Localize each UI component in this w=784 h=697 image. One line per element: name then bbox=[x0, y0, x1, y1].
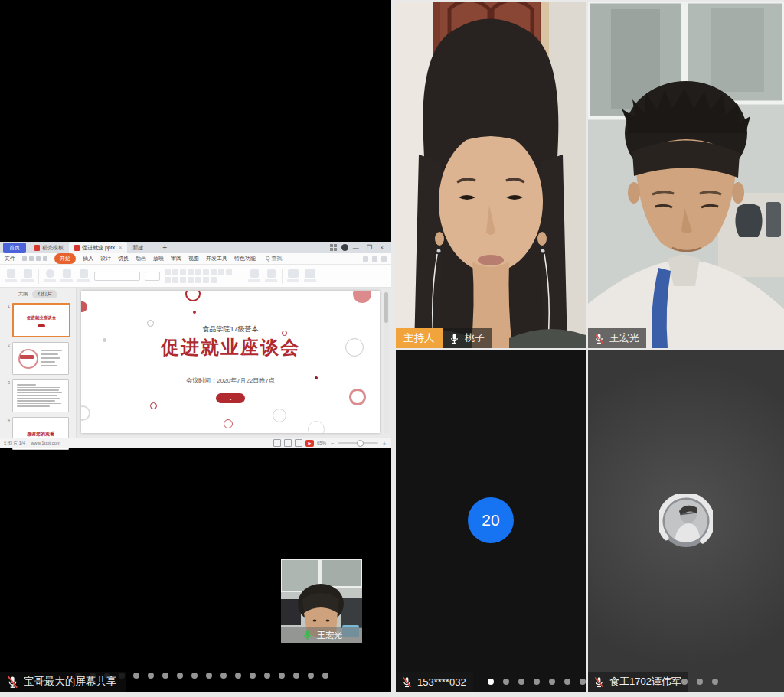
normal-view-icon[interactable] bbox=[273, 439, 281, 447]
ribbon-tab-transition[interactable]: 切换 bbox=[118, 255, 129, 262]
text-format-icons[interactable] bbox=[165, 269, 238, 283]
name-label-phone: 153****032 bbox=[396, 672, 473, 692]
wps-window: 首页 稻壳模板 促进就业.pptx × 新建 + — ❐ × 文件 bbox=[0, 242, 391, 448]
pip-video-wanghongguang[interactable]: 王宏光 bbox=[281, 559, 362, 643]
zoom-in-button[interactable]: ＋ bbox=[381, 439, 387, 448]
zoom-out-button[interactable]: － bbox=[329, 439, 335, 448]
slide-chevron-button: ⌄ bbox=[216, 393, 245, 403]
pager-dot[interactable] bbox=[293, 673, 299, 679]
pager-dot[interactable] bbox=[308, 673, 314, 679]
pager-dot[interactable] bbox=[250, 673, 256, 679]
pager-dot[interactable] bbox=[148, 673, 154, 679]
pager-dot[interactable] bbox=[518, 679, 524, 685]
status-url: www.1ppt.com bbox=[31, 441, 60, 445]
pager-dot[interactable] bbox=[488, 679, 494, 685]
apps-grid-icon[interactable] bbox=[330, 244, 337, 251]
video-tile-tanweijun[interactable]: 食工1702谭伟军 bbox=[588, 350, 784, 692]
ribbon-tab-review[interactable]: 审阅 bbox=[171, 255, 181, 262]
slide-thumb-3[interactable] bbox=[12, 379, 69, 412]
designer-tool[interactable] bbox=[44, 269, 56, 282]
pager-dot[interactable] bbox=[322, 673, 328, 679]
video-frame-wanghongguang bbox=[588, 2, 784, 348]
thumb-number: 4 bbox=[5, 417, 10, 422]
pager-dot[interactable] bbox=[697, 679, 703, 685]
ribbon-tab-devtools[interactable]: 开发工具 bbox=[206, 255, 227, 262]
pager-dot[interactable] bbox=[177, 673, 183, 679]
video-tile-phone-user[interactable]: 20 153****032 bbox=[396, 350, 586, 692]
pager-dot[interactable] bbox=[503, 679, 509, 685]
participant-name-text: 桃子 bbox=[465, 331, 485, 345]
pager-dot[interactable] bbox=[681, 679, 688, 685]
layout-tool[interactable] bbox=[60, 269, 73, 282]
slide-thumb-2[interactable] bbox=[12, 342, 69, 375]
slideshow-play-button[interactable]: ▶ bbox=[305, 440, 314, 447]
ribbon-right-icons[interactable] bbox=[363, 256, 391, 262]
member-tool[interactable] bbox=[287, 269, 299, 282]
wps-doc-tab-new[interactable]: 新建 bbox=[127, 242, 149, 253]
shape-tool[interactable] bbox=[265, 269, 277, 282]
pager-dot[interactable] bbox=[580, 679, 586, 685]
font-family-select[interactable] bbox=[94, 272, 140, 281]
pager-dot[interactable] bbox=[279, 673, 285, 679]
pager-dot[interactable] bbox=[220, 673, 227, 679]
video-tile-taozi[interactable]: 主持人 桃子 bbox=[396, 2, 586, 348]
video-tile-wanghongguang[interactable]: 王宏光 bbox=[588, 2, 784, 348]
pager-dot[interactable] bbox=[564, 679, 570, 685]
slide-time-text: 会议时间：2020年7月22日晚7点 bbox=[81, 376, 380, 385]
beautify-tool[interactable] bbox=[304, 269, 316, 282]
wps-ribbon-tabs: 文件 开始 插入 设计 切换 动画 放映 审阅 视图 开发工具 特色功能 Q 查… bbox=[0, 253, 391, 265]
outline-tab[interactable]: 大纲 bbox=[18, 291, 28, 298]
thumb-number: 3 bbox=[5, 379, 10, 385]
canvas-scrollbar[interactable] bbox=[384, 291, 389, 433]
participant-name-text: 153****032 bbox=[417, 676, 466, 688]
tab-close-icon[interactable]: × bbox=[119, 245, 122, 250]
quick-access-icons[interactable] bbox=[22, 256, 47, 261]
pager-dots-tan-tile bbox=[681, 679, 718, 685]
wps-home-button[interactable]: 首页 bbox=[3, 243, 26, 253]
arrange-tool[interactable] bbox=[248, 269, 260, 282]
wps-doc-icon bbox=[34, 245, 40, 251]
screen-share-pane[interactable]: 首页 稻壳模板 促进就业.pptx × 新建 + — ❐ × 文件 bbox=[0, 0, 391, 692]
wps-doc-tab-template[interactable]: 稻壳模板 bbox=[29, 242, 69, 253]
ribbon-tab-insert[interactable]: 插入 bbox=[83, 255, 93, 262]
pager-dot[interactable] bbox=[206, 673, 212, 679]
paste-tool[interactable] bbox=[5, 269, 17, 282]
slide-thumb-1[interactable]: 促进就业座谈会 bbox=[12, 303, 70, 337]
ribbon-tab-animation[interactable]: 动画 bbox=[136, 255, 146, 262]
mic-muted-icon bbox=[6, 676, 19, 689]
pager-dot[interactable] bbox=[133, 673, 139, 679]
ribbon-tab-home[interactable]: 开始 bbox=[54, 253, 76, 264]
sorter-view-icon[interactable] bbox=[284, 439, 292, 447]
wps-titlebar: 首页 稻壳模板 促进就业.pptx × 新建 + — ❐ × bbox=[0, 242, 391, 253]
reading-view-icon[interactable] bbox=[295, 439, 302, 447]
wps-doc-tab-current[interactable]: 促进就业.pptx × bbox=[69, 242, 127, 253]
pager-dot[interactable] bbox=[191, 673, 198, 679]
host-badge: 主持人 bbox=[396, 328, 443, 348]
file-menu[interactable]: 文件 bbox=[5, 255, 15, 262]
pager-dot[interactable] bbox=[534, 679, 540, 685]
wps-statusbar: 幻灯片 1/4 www.1ppt.com ▶ 65% － ＋ bbox=[0, 438, 391, 448]
zoom-slider[interactable] bbox=[338, 442, 378, 444]
pager-dot[interactable] bbox=[549, 679, 555, 685]
ribbon-tab-features[interactable]: 特色功能 bbox=[234, 255, 256, 262]
participant-avatar-photo bbox=[659, 494, 713, 548]
slides-tab[interactable]: 幻灯片 bbox=[32, 290, 58, 298]
table-tool[interactable] bbox=[77, 269, 90, 282]
slide-canvas[interactable]: 食品学院17级普本 促进就业座谈会 会议时间：2020年7月22日晚7点 ⌄ bbox=[81, 291, 380, 433]
ribbon-tab-slideshow[interactable]: 放映 bbox=[153, 255, 164, 262]
thumb-title: 促进就业座谈会 bbox=[14, 315, 69, 321]
new-tab-plus-icon[interactable]: + bbox=[162, 243, 167, 252]
font-size-select[interactable] bbox=[145, 272, 160, 281]
window-controls[interactable]: — ❐ × bbox=[353, 244, 387, 251]
pager-dot[interactable] bbox=[162, 673, 168, 679]
mic-muted-icon bbox=[593, 332, 606, 345]
pager-dot[interactable] bbox=[712, 679, 718, 685]
pager-dot[interactable] bbox=[235, 673, 241, 679]
presenter-label: 宝哥最大的屏幕共享 bbox=[0, 672, 126, 692]
account-avatar[interactable] bbox=[341, 244, 348, 251]
ribbon-tab-view[interactable]: 视图 bbox=[188, 255, 199, 262]
ribbon-search[interactable]: Q 查找 bbox=[266, 255, 282, 262]
ribbon-tab-design[interactable]: 设计 bbox=[100, 255, 111, 262]
pager-dot[interactable] bbox=[264, 673, 270, 679]
format-painter-tool[interactable] bbox=[21, 269, 34, 282]
